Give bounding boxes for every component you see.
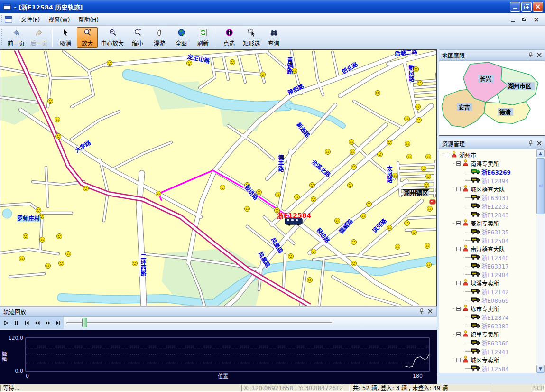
tree-item-vehicle[interactable]: 浙E12142 bbox=[439, 287, 536, 296]
vehicle-smiley-marker[interactable] bbox=[310, 183, 315, 188]
vehicle-smiley-marker[interactable] bbox=[387, 225, 392, 231]
vehicle-smiley-marker[interactable] bbox=[416, 118, 422, 123]
vehicle-smiley-marker[interactable] bbox=[416, 104, 421, 110]
vehicle-smiley-marker[interactable] bbox=[335, 218, 340, 224]
playback-slider[interactable] bbox=[66, 322, 332, 324]
vehicle-smiley-marker[interactable] bbox=[59, 261, 64, 266]
fast-forward-button[interactable] bbox=[43, 318, 52, 328]
vehicle-smiley-marker[interactable] bbox=[295, 195, 300, 200]
tree-expand-box[interactable] bbox=[456, 358, 461, 362]
vehicle-smiley-marker[interactable] bbox=[427, 206, 433, 212]
vehicle-smiley-marker[interactable] bbox=[414, 67, 419, 72]
tree-item-vehicle[interactable]: 浙E63317 bbox=[439, 261, 536, 270]
vehicle-smiley-marker[interactable] bbox=[417, 81, 423, 86]
vehicle-smiley-marker[interactable] bbox=[107, 61, 112, 66]
map-canvas[interactable]: 龙王山路青铜路陵阳路创业路后塘二路新凤路新湖路大学路龙溪北路德丰路轻纺路太凤路国… bbox=[0, 49, 437, 306]
tree-scrollbar[interactable]: ▲ ▼ bbox=[536, 149, 545, 373]
tree-item-vehicle[interactable]: 浙E08669 bbox=[439, 296, 536, 304]
vehicle-smiley-marker[interactable] bbox=[393, 173, 398, 178]
eagle-eye-map[interactable]: 长兴湖州市区安吉德清 bbox=[439, 61, 545, 136]
mdi-minimize-button[interactable] bbox=[511, 17, 517, 22]
step-forward-button[interactable] bbox=[54, 318, 63, 328]
vehicle-smiley-marker[interactable] bbox=[421, 166, 426, 171]
close-button[interactable]: × bbox=[533, 2, 543, 12]
vehicle-smiley-marker[interactable] bbox=[260, 72, 266, 77]
tree-item-vehicle[interactable]: 浙E63269 bbox=[439, 168, 536, 176]
tree-expand-box[interactable] bbox=[456, 187, 461, 191]
vehicle-smiley-marker[interactable] bbox=[351, 261, 357, 266]
tree-item-vehicle[interactable]: 浙E12232 bbox=[439, 202, 536, 210]
toolbar-button-next-page-arrow[interactable]: 后一页 bbox=[28, 27, 50, 48]
vehicle-smiley-marker[interactable] bbox=[412, 230, 417, 235]
close-icon[interactable] bbox=[536, 52, 543, 58]
vehicle-smiley-marker[interactable] bbox=[425, 243, 430, 249]
vehicle-smiley-marker[interactable] bbox=[55, 117, 60, 122]
pin-icon[interactable] bbox=[527, 140, 534, 147]
toolbar-button-info-select[interactable]: 点选 bbox=[219, 27, 240, 48]
vehicle-smiley-marker[interactable] bbox=[132, 261, 138, 266]
vehicle-smiley-marker[interactable] bbox=[348, 183, 353, 188]
tracked-vehicle-marker[interactable] bbox=[285, 218, 302, 226]
vehicle-smiley-marker[interactable] bbox=[40, 237, 45, 243]
vehicle-smiley-marker[interactable] bbox=[57, 234, 62, 239]
scroll-up-button[interactable]: ▲ bbox=[536, 149, 545, 157]
vehicle-smiley-marker[interactable] bbox=[288, 254, 294, 259]
vehicle-smiley-marker[interactable] bbox=[83, 186, 89, 191]
tree-item-vehicle[interactable]: 浙E63031 bbox=[439, 193, 536, 202]
mdi-close-button[interactable]: × bbox=[534, 17, 540, 22]
tree-item-vehicle[interactable]: 浙E63360 bbox=[439, 338, 536, 347]
tree-expand-box[interactable] bbox=[456, 332, 461, 336]
vehicle-smiley-marker[interactable] bbox=[187, 61, 192, 66]
tree-item-vehicle[interactable]: 浙E12894 bbox=[439, 176, 536, 185]
tree-item-vehicle[interactable]: 浙E12904 bbox=[439, 270, 536, 279]
tree-expand-box[interactable] bbox=[456, 307, 461, 311]
tree-item-vehicle[interactable]: 浙E12504 bbox=[439, 236, 536, 244]
vehicle-smiley-marker[interactable] bbox=[276, 192, 281, 197]
vehicle-smiley-marker[interactable] bbox=[407, 154, 412, 159]
vehicle-smiley-marker[interactable] bbox=[387, 140, 392, 145]
toolbar-button-pan-hand[interactable]: 漫游 bbox=[149, 27, 170, 48]
vehicle-smiley-marker[interactable] bbox=[325, 149, 331, 155]
toolbar-button-prev-page-arrow[interactable]: 前一页 bbox=[5, 27, 27, 48]
toolbar-button-full-extent-globe[interactable]: 全图 bbox=[171, 27, 192, 48]
tree-item-group[interactable]: 埭溪专卖所 bbox=[439, 279, 536, 287]
vehicle-smiley-marker[interactable] bbox=[257, 190, 262, 195]
red-poi-marker[interactable] bbox=[430, 200, 435, 204]
tree-item-vehicle[interactable]: 浙E63135 bbox=[439, 227, 536, 236]
toolbar-button-center-zoom-magnifier[interactable]: 中心放大 bbox=[99, 27, 126, 48]
tree-item-vehicle[interactable]: 浙E12043 bbox=[439, 210, 536, 219]
toolbar-button-zoom-out-magnifier[interactable]: 缩小 bbox=[127, 27, 148, 48]
vehicle-smiley-marker[interactable] bbox=[426, 154, 431, 159]
menu-item-3[interactable]: 帮助(H) bbox=[74, 13, 103, 25]
toolbar-button-query-binoculars[interactable]: 查询 bbox=[263, 27, 284, 48]
vehicle-smiley-marker[interactable] bbox=[349, 140, 354, 145]
tree-item-vehicle[interactable]: 浙E12874 bbox=[439, 313, 536, 321]
vehicle-smiley-marker[interactable] bbox=[375, 91, 380, 96]
rewind-button[interactable] bbox=[33, 318, 42, 328]
restore-button[interactable] bbox=[521, 2, 532, 12]
tree-expand-box[interactable] bbox=[445, 153, 449, 157]
vehicle-smiley-marker[interactable] bbox=[351, 240, 357, 245]
tree-item-group[interactable]: 织里专卖所 bbox=[439, 330, 536, 338]
playback-slider-thumb[interactable] bbox=[82, 318, 87, 327]
close-icon[interactable] bbox=[427, 308, 434, 315]
menu-item-1[interactable]: 文件(F) bbox=[17, 13, 44, 25]
tree-item-vehicle[interactable]: 浙E12340 bbox=[439, 253, 536, 261]
toolbar-button-refresh[interactable]: 刷新 bbox=[193, 27, 213, 48]
vehicle-smiley-marker[interactable] bbox=[361, 214, 366, 219]
vehicle-smiley-marker[interactable] bbox=[156, 191, 161, 196]
mdi-restore-button[interactable] bbox=[522, 17, 529, 22]
vehicle-smiley-marker[interactable] bbox=[230, 60, 235, 65]
vehicle-smiley-marker[interactable] bbox=[424, 183, 429, 188]
tree-item-vehicle[interactable]: 浙E63383 bbox=[439, 321, 536, 330]
vehicle-smiley-marker[interactable] bbox=[311, 197, 316, 202]
toolbar-grip[interactable] bbox=[1, 15, 3, 24]
vehicle-smiley-marker[interactable] bbox=[405, 221, 410, 226]
vehicle-smiley-marker[interactable] bbox=[405, 141, 410, 147]
vehicle-smiley-marker[interactable] bbox=[39, 214, 44, 219]
tree-item-group[interactable]: 南浔稽查大队 bbox=[439, 244, 536, 253]
vehicle-smiley-marker[interactable] bbox=[66, 252, 71, 257]
vehicle-smiley-marker[interactable] bbox=[245, 206, 250, 212]
vehicle-smiley-marker[interactable] bbox=[426, 174, 431, 179]
tree-item-group[interactable]: 城区专卖所 bbox=[439, 355, 536, 364]
